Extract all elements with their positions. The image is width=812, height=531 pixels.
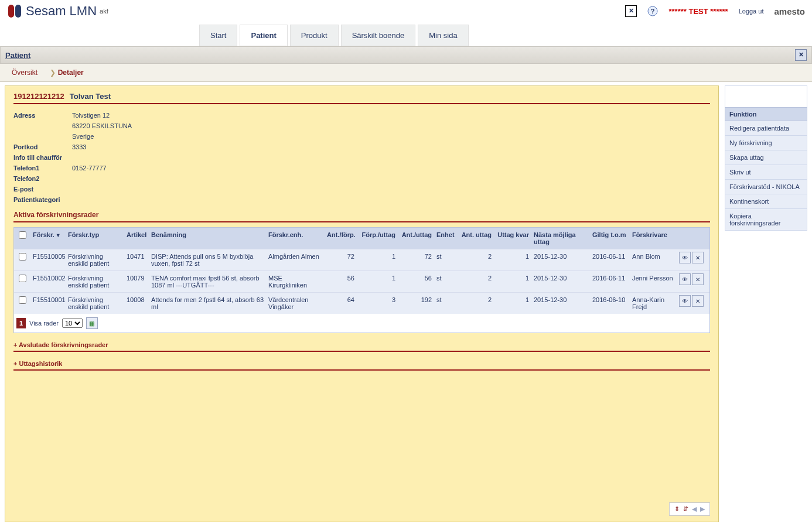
col-antu[interactable]: Ant. uttag bbox=[458, 228, 494, 249]
tab-sarskilt-boende[interactable]: Särskilt boende bbox=[341, 25, 416, 46]
export-excel-icon[interactable]: ▦ bbox=[86, 317, 98, 329]
cell-antf: 64 bbox=[325, 293, 357, 314]
vendor-brand: amesto bbox=[774, 6, 805, 16]
sort-desc-icon: ▼ bbox=[56, 232, 61, 238]
fn-kontinenskort[interactable]: Kontinenskort bbox=[725, 194, 807, 209]
delete-icon[interactable]: ✕ bbox=[692, 295, 704, 307]
col-enh[interactable]: Enhet bbox=[434, 228, 458, 249]
value-adress3: Sverige bbox=[72, 131, 138, 142]
view-icon[interactable]: 👁 bbox=[679, 273, 691, 285]
cell-ftyp: Förskrivning enskild patient bbox=[66, 271, 124, 292]
row-checkbox[interactable] bbox=[19, 253, 26, 261]
function-panel: Funktion Redigera patientdata Ny förskri… bbox=[725, 85, 807, 522]
cell-ben: TENA comfort maxi fpstl 56 st, absorb 10… bbox=[149, 271, 266, 292]
col-forskr[interactable]: Förskr.▼ bbox=[30, 228, 66, 249]
value-tel1: 0152-77777 bbox=[72, 163, 138, 173]
test-banner: ****** TEST ****** bbox=[668, 7, 728, 16]
rows-per-page-select[interactable]: 10 bbox=[62, 318, 83, 328]
cell-antf: 56 bbox=[325, 271, 357, 292]
cell-ben: Attends for men 2 fpstl 64 st, absorb 63… bbox=[149, 293, 266, 314]
cell-enh: st bbox=[434, 271, 458, 292]
fn-kopiera-forskrivningsrader[interactable]: Kopiera förskrivningsrader bbox=[725, 209, 807, 231]
col-ben[interactable]: Benämning bbox=[149, 228, 266, 249]
col-au[interactable]: Ant./uttag bbox=[398, 228, 434, 249]
fn-redigera-patientdata[interactable]: Redigera patientdata bbox=[725, 121, 807, 136]
cell-nast: 2015-12-30 bbox=[531, 271, 590, 292]
fn-skapa-uttag[interactable]: Skapa uttag bbox=[725, 150, 807, 165]
view-icon[interactable]: 👁 bbox=[679, 295, 691, 307]
value-info bbox=[72, 152, 138, 163]
help-icon[interactable]: ? bbox=[647, 6, 658, 16]
main-panel: 191212121212 Tolvan Test AdressTolvstige… bbox=[5, 85, 719, 522]
label-adress: Adress bbox=[13, 110, 72, 121]
chevron-right-icon: ❯ bbox=[50, 68, 56, 77]
subtab-detaljer[interactable]: Detaljer bbox=[58, 68, 84, 77]
view-icon[interactable]: 👁 bbox=[679, 252, 691, 263]
pager-current[interactable]: 1 bbox=[16, 318, 26, 328]
divider bbox=[13, 103, 710, 104]
delete-icon[interactable]: ✕ bbox=[692, 252, 704, 263]
divider bbox=[13, 221, 710, 222]
subtab-oversikt[interactable]: Översikt bbox=[12, 68, 37, 77]
top-bar: Sesam LMN akf ✕ ? ****** TEST ****** Log… bbox=[0, 0, 812, 19]
section-uttag-toggle[interactable]: + Uttagshistorik bbox=[13, 360, 710, 371]
app-subtitle: akf bbox=[100, 8, 108, 15]
section-aktiva-title: Aktiva förskrivningsrader bbox=[13, 211, 98, 219]
svg-rect-0 bbox=[8, 5, 14, 18]
table-row[interactable]: F15510001Förskrivning enskild patient100… bbox=[14, 292, 709, 314]
cell-nast: 2015-12-30 bbox=[531, 249, 590, 270]
value-kat bbox=[72, 194, 138, 205]
col-skriv[interactable]: Förskrivare bbox=[630, 228, 677, 249]
col-fu[interactable]: Förp./uttag bbox=[357, 228, 398, 249]
function-title: Funktion bbox=[725, 107, 807, 121]
tab-produkt[interactable]: Produkt bbox=[290, 25, 339, 46]
breadcrumb-title[interactable]: Patient bbox=[5, 51, 30, 60]
section-avslutade-toggle[interactable]: + Avslutade förskrivningsrader bbox=[13, 341, 710, 352]
tab-patient[interactable]: Patient bbox=[240, 25, 287, 46]
cell-skriv: Anna-Karin Frejd bbox=[630, 293, 677, 314]
window-close-icon[interactable]: ✕ bbox=[625, 5, 637, 17]
nav-right-icon[interactable]: ▶ bbox=[700, 505, 705, 513]
cell-fenh: Vårdcentralen Vingåker bbox=[266, 293, 325, 314]
nav-left-icon[interactable]: ◀ bbox=[692, 505, 697, 513]
col-nast[interactable]: Nästa möjliga uttag bbox=[531, 228, 590, 249]
col-ftyp[interactable]: Förskr.typ bbox=[66, 228, 124, 249]
fn-skriv-ut[interactable]: Skriv ut bbox=[725, 165, 807, 180]
row-checkbox[interactable] bbox=[19, 296, 26, 304]
close-panel-icon[interactable]: ✕ bbox=[795, 49, 807, 61]
value-adress1: Tolvstigen 12 bbox=[72, 110, 138, 121]
label-tel1: Telefon1 bbox=[13, 163, 72, 173]
svg-text:?: ? bbox=[651, 8, 655, 15]
patient-info-table: AdressTolvstigen 12 63220 ESKILSTUNA Sve… bbox=[13, 110, 138, 205]
col-art[interactable]: Artikel bbox=[124, 228, 149, 249]
value-tel2 bbox=[72, 173, 138, 184]
col-uk[interactable]: Uttag kvar bbox=[494, 228, 531, 249]
fn-ny-forskrivning[interactable]: Ny förskrivning bbox=[725, 136, 807, 150]
cell-fu: 3 bbox=[357, 293, 398, 314]
cell-uk: 1 bbox=[494, 249, 531, 270]
cell-gilt: 2016-06-11 bbox=[590, 249, 630, 270]
breadcrumb-bar: Patient ✕ bbox=[0, 46, 812, 64]
select-all-checkbox[interactable] bbox=[19, 231, 26, 239]
patient-id: 191212121212 bbox=[13, 92, 64, 101]
logout-link[interactable]: Logga ut bbox=[739, 8, 764, 15]
cell-nast: 2015-12-30 bbox=[531, 293, 590, 314]
collapse-vert-icon[interactable]: ⇕ bbox=[674, 505, 680, 513]
col-fenh[interactable]: Förskr.enh. bbox=[266, 228, 325, 249]
col-antf[interactable]: Ant./förp. bbox=[325, 228, 357, 249]
tab-start[interactable]: Start bbox=[199, 25, 237, 46]
expand-vert-icon[interactable]: ⇵ bbox=[683, 505, 688, 513]
table-row[interactable]: F15510002Förskrivning enskild patient100… bbox=[14, 270, 709, 292]
label-portkod: Portkod bbox=[13, 142, 72, 152]
delete-icon[interactable]: ✕ bbox=[692, 273, 704, 285]
tab-min-sida[interactable]: Min sida bbox=[418, 25, 468, 46]
col-gilt[interactable]: Giltig t.o.m bbox=[590, 228, 630, 249]
row-checkbox[interactable] bbox=[19, 275, 26, 282]
cell-antf: 72 bbox=[325, 249, 357, 270]
cell-skriv: Ann Blom bbox=[630, 249, 677, 270]
fn-forskrivarstod-nikola[interactable]: Förskrivarstöd - NIKOLA bbox=[725, 180, 807, 194]
cell-art: 10079 bbox=[124, 271, 149, 292]
prescription-grid: Förskr.▼ Förskr.typ Artikel Benämning Fö… bbox=[13, 227, 710, 333]
cell-ftyp: Förskrivning enskild patient bbox=[66, 249, 124, 270]
table-row[interactable]: F15510005Förskrivning enskild patient104… bbox=[14, 249, 709, 270]
